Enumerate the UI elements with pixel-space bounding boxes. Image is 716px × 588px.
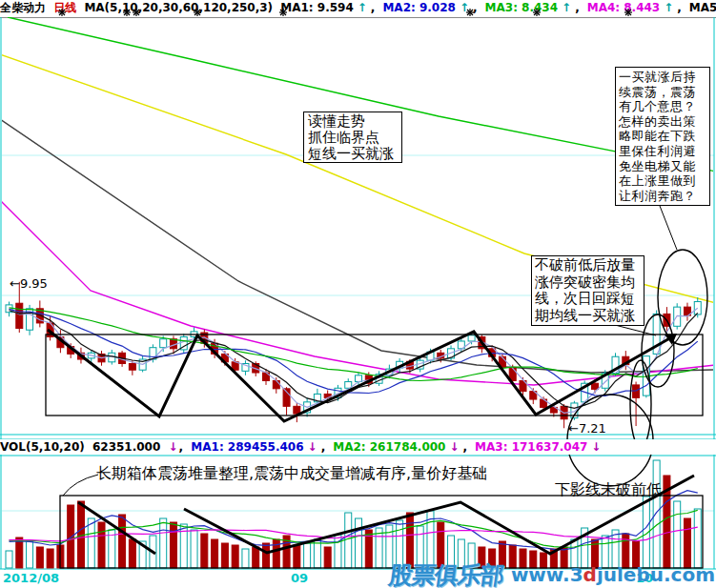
annotation-volume-note[interactable]: 长期箱体震荡堆量整理,震荡中成交量增减有序,量价好基础 (96, 464, 487, 484)
event-star-icon (194, 9, 201, 16)
candle-body[interactable] (694, 302, 701, 314)
volume-bar (304, 543, 311, 568)
event-star-icon (279, 9, 287, 16)
volume-bar (242, 549, 249, 568)
url-www: www. (511, 563, 570, 586)
volume-bar (294, 545, 300, 568)
volume-bar (694, 509, 701, 568)
annotation-box-breakout[interactable]: 不破前低后放量 涨停突破密集均 线，次日回踩短 期均线一买就涨 (531, 255, 644, 326)
volume-bar (98, 522, 105, 568)
candle-body[interactable] (273, 380, 279, 388)
comma: , (179, 439, 184, 455)
volume-bar (129, 539, 135, 568)
volume-bar (232, 545, 238, 568)
volume-bar (47, 549, 53, 568)
volume-bar (6, 551, 12, 568)
url-3: 3 (570, 563, 583, 586)
volume-bar (88, 518, 94, 568)
volume-bar (335, 535, 341, 568)
volume-bar (36, 547, 43, 568)
event-star-icon (58, 9, 66, 16)
volume-bar (653, 460, 660, 568)
volume-bar (314, 539, 320, 568)
volume-bar (201, 534, 208, 568)
volume-bar (674, 501, 681, 568)
volume-bar (27, 541, 33, 568)
event-star-icon (533, 9, 541, 16)
price-tag-low: ←7.21 (568, 421, 606, 436)
vol-params-label: VOL(5,10,20) (0, 439, 85, 455)
annotation-shadow-note[interactable]: 下影线未破前低 (555, 480, 662, 500)
event-star-icon (466, 9, 474, 16)
axis-label-sep: 09 (291, 571, 308, 585)
volume-bar (170, 522, 176, 568)
volume-bar (324, 547, 331, 568)
event-star-icon (624, 9, 632, 16)
vol-ma-value-2: MA2: 261784.000↓, (333, 439, 471, 455)
event-star-icon (133, 9, 140, 16)
candle-body[interactable] (591, 383, 598, 389)
volume-bar (68, 505, 74, 568)
volume-bar (191, 530, 197, 568)
url-d: d (583, 563, 597, 586)
annotation-box-strategy[interactable]: 一买就涨后持 续震荡，震荡 有几个意思？ 怎样的卖出策 略即能在下跌 里保住利润… (615, 67, 710, 206)
volume-bar (273, 539, 279, 568)
volume-bar (160, 518, 167, 568)
candle-body[interactable] (16, 303, 23, 328)
volume-bar (356, 518, 362, 568)
volume-bar (221, 543, 228, 568)
candle-body[interactable] (633, 385, 640, 397)
event-star-icon (123, 9, 131, 16)
vol-value-arrow: ↓ (169, 439, 178, 455)
candle-body[interactable] (160, 339, 167, 348)
volume-bar (263, 543, 270, 568)
watermark-logo: 股票俱乐部 (387, 559, 506, 588)
vol-value: 62351.000 (92, 439, 160, 455)
annotation-pointer-line (660, 206, 677, 250)
price-tag-high: ←9.95 (10, 276, 48, 291)
annotation-box-trend[interactable]: 读懂走势 抓住临界点 短线一买就涨 (303, 112, 402, 163)
watermark-url: www.3djulebu.com (511, 563, 715, 586)
volume-header-bar[interactable]: VOL(5,10,20) 62351.000 ↓, MA1: 289455.40… (0, 439, 716, 455)
candle-body[interactable] (468, 335, 475, 341)
site-watermark: 股票俱乐部 www.3djulebu.com (389, 561, 715, 588)
volume-bar (345, 513, 352, 568)
volume-bar (119, 515, 126, 568)
axis-label-aug: 2012/08 (3, 571, 59, 585)
vol-ma-value-3: MA3: 171637.047↓ (475, 439, 604, 455)
vol-ma-values-list: MA1: 289455.406↓,MA2: 261784.000↓,MA3: 1… (191, 439, 608, 455)
stock-chart-app-window: 全柴动力 日线 MA(5,10,20,30,60,120,250,3) MA1:… (0, 0, 716, 588)
volume-bar (16, 537, 23, 568)
volume-bar (212, 539, 218, 568)
candle-body[interactable] (109, 353, 115, 362)
url-rest: julebu.com (597, 563, 715, 586)
price-pane[interactable] (0, 17, 716, 428)
candle-body[interactable] (129, 364, 135, 371)
annotation-pointer-curve (63, 475, 98, 496)
volume-bar (253, 547, 259, 568)
vol-ma-value-1: MA1: 289455.406↓, (191, 439, 329, 455)
